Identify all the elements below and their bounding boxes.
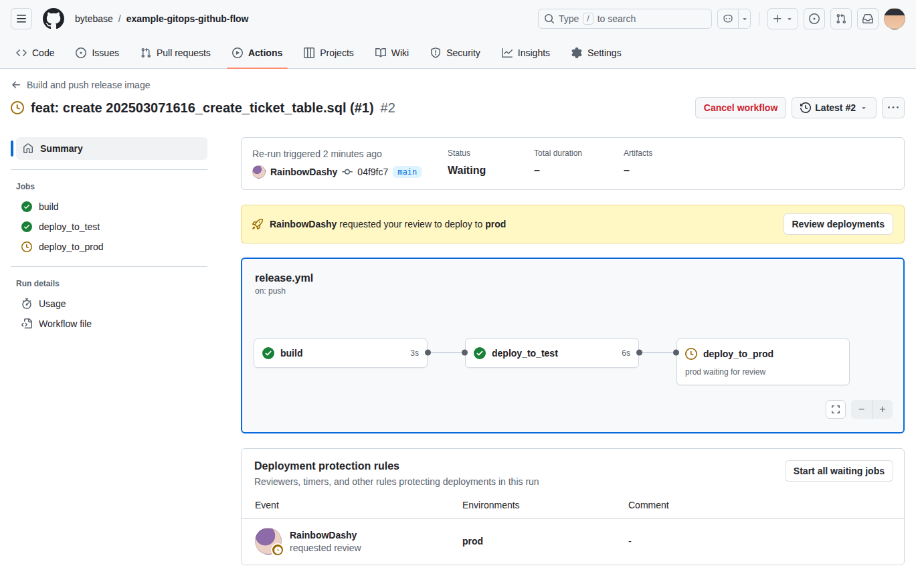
tab-wiki[interactable]: Wiki	[365, 37, 420, 68]
reviewer-avatar[interactable]	[255, 528, 282, 555]
branch-badge[interactable]: main	[393, 166, 422, 178]
slash-key-hint: /	[583, 13, 593, 25]
search-icon	[544, 13, 555, 24]
copilot-caret-button[interactable]	[738, 9, 750, 28]
graph-node-build[interactable]: build 3s	[254, 338, 428, 368]
node-label: deploy_to_prod	[703, 349, 773, 359]
summary-label: Summary	[40, 143, 83, 154]
inbox-button[interactable]	[857, 8, 879, 29]
plus-icon	[772, 13, 783, 24]
workflow-file-name: release.yml	[255, 272, 890, 284]
run-options-kebab-button[interactable]	[882, 97, 905, 118]
sidebar-item-workflow-file[interactable]: Workflow file	[16, 314, 207, 334]
tab-security[interactable]: Security	[420, 37, 491, 68]
protection-title: Deployment protection rules	[254, 460, 539, 472]
hamburger-menu-button[interactable]	[11, 8, 32, 29]
issue-opened-icon	[809, 13, 820, 24]
header-divider	[759, 12, 759, 25]
tab-projects[interactable]: Projects	[293, 37, 365, 68]
node-label: build	[280, 348, 302, 359]
screen-full-icon	[830, 404, 841, 415]
repo-nav-tabs: Code Issues Pull requests Actions Projec…	[0, 37, 916, 69]
tab-actions[interactable]: Actions	[221, 37, 293, 68]
node-duration: 6s	[622, 349, 630, 358]
git-pull-request-icon	[141, 47, 151, 58]
tab-insights[interactable]: Insights	[491, 37, 561, 68]
graph-icon	[502, 47, 513, 58]
tab-label: Wiki	[391, 47, 409, 58]
actor-avatar[interactable]	[252, 165, 266, 179]
search-input[interactable]: Type / to search	[538, 9, 712, 29]
zoom-in-button[interactable]: +	[872, 400, 893, 419]
issue-opened-icon	[76, 47, 86, 58]
clock-badge-icon	[271, 543, 284, 557]
actor-name[interactable]: RainbowDashy	[270, 167, 337, 177]
start-all-waiting-jobs-button[interactable]: Start all waiting jobs	[785, 460, 893, 482]
tab-label: Projects	[320, 47, 354, 58]
workflow-file-label: Workflow file	[39, 318, 92, 329]
copilot-icon[interactable]	[718, 9, 738, 28]
workflow-graph-card: release.yml on: push build 3s	[241, 258, 905, 433]
node-subtitle: prod waiting for review	[677, 367, 849, 385]
book-icon	[375, 47, 386, 58]
breadcrumb-repo[interactable]: example-gitops-github-flow	[126, 13, 249, 24]
tab-label: Issues	[92, 47, 118, 58]
back-label: Build and push release image	[27, 80, 150, 90]
shield-icon	[430, 47, 441, 58]
stopwatch-icon	[21, 298, 32, 309]
duration-label: Total duration	[534, 149, 624, 158]
run-status-card: Re-run triggered 2 minutes ago RainbowDa…	[241, 137, 905, 190]
artifacts-value: –	[624, 165, 652, 177]
issues-button[interactable]	[804, 8, 825, 29]
play-icon	[232, 47, 243, 58]
commit-icon	[342, 167, 353, 177]
job-label: deploy_to_prod	[39, 241, 104, 252]
github-logo[interactable]	[43, 8, 64, 29]
reviewer-event: requested review	[290, 543, 361, 553]
sidebar-job-deploy-to-test[interactable]: deploy_to_test	[16, 217, 207, 237]
banner-text: RainbowDashy requested your review to de…	[270, 219, 506, 229]
check-circle-icon	[21, 201, 32, 212]
graph-node-deploy-to-test[interactable]: deploy_to_test 6s	[465, 338, 639, 368]
tab-issues[interactable]: Issues	[65, 37, 129, 68]
breadcrumb-separator: /	[118, 13, 121, 24]
kebab-icon	[888, 102, 899, 113]
sidebar-job-deploy-to-prod[interactable]: deploy_to_prod	[16, 237, 207, 257]
graph-node-deploy-to-prod[interactable]: deploy_to_prod prod waiting for review	[676, 338, 850, 385]
duration-value: –	[534, 165, 624, 177]
clock-icon	[685, 348, 697, 360]
job-label: deploy_to_test	[39, 221, 100, 232]
sidebar-job-build[interactable]: build	[16, 197, 207, 217]
tab-settings[interactable]: Settings	[561, 37, 632, 68]
sidebar-item-summary[interactable]: Summary	[16, 137, 207, 160]
user-avatar[interactable]	[884, 8, 905, 29]
latest-run-label: Latest #2	[815, 102, 856, 113]
search-placeholder-suffix: to search	[598, 13, 636, 24]
protection-subtitle: Reviewers, timers, and other rules prote…	[254, 476, 539, 487]
gear-icon	[571, 47, 582, 58]
breadcrumb-owner[interactable]: bytebase	[75, 13, 113, 24]
node-label: deploy_to_test	[492, 348, 558, 359]
commit-sha[interactable]: 04f9fc7	[357, 167, 388, 177]
tab-label: Code	[32, 47, 54, 58]
create-new-button[interactable]	[767, 8, 798, 29]
zoom-controls: − +	[851, 400, 893, 419]
tab-pull-requests[interactable]: Pull requests	[130, 37, 221, 68]
graph-connector	[639, 338, 676, 367]
tab-code[interactable]: Code	[5, 37, 65, 68]
artifacts-label: Artifacts	[624, 149, 652, 158]
back-to-workflow-link[interactable]: Build and push release image	[11, 80, 150, 90]
review-deployments-button[interactable]: Review deployments	[784, 213, 894, 235]
history-icon	[800, 102, 811, 113]
cancel-workflow-button[interactable]: Cancel workflow	[695, 97, 786, 118]
sidebar-item-usage[interactable]: Usage	[16, 294, 207, 314]
reviewer-name[interactable]: RainbowDashy	[290, 530, 361, 541]
fullscreen-button[interactable]	[826, 400, 846, 419]
file-code-icon	[21, 318, 32, 329]
latest-run-dropdown[interactable]: Latest #2	[792, 97, 877, 118]
chevron-down-icon	[860, 104, 868, 112]
zoom-out-button[interactable]: −	[851, 400, 872, 419]
pull-requests-button[interactable]	[830, 8, 852, 29]
trigger-text: Re-run triggered 2 minutes ago	[252, 149, 448, 159]
banner-message: requested your review to deploy to	[337, 219, 485, 229]
